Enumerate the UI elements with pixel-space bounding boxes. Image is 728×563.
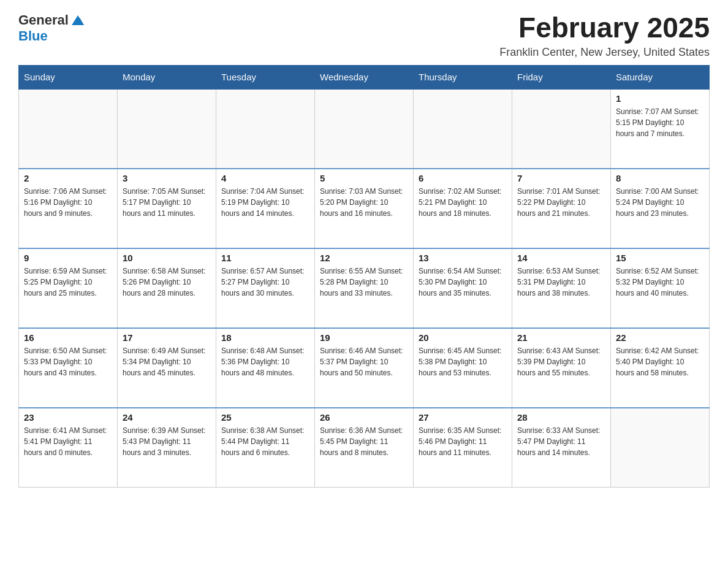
day-number: 12	[320, 253, 408, 263]
day-number: 28	[517, 412, 605, 423]
calendar-cell: 11Sunrise: 6:57 AM Sunset: 5:27 PM Dayli…	[216, 248, 315, 328]
day-number: 11	[221, 253, 309, 263]
day-info: Sunrise: 6:33 AM Sunset: 5:47 PM Dayligh…	[517, 425, 605, 458]
calendar-cell: 20Sunrise: 6:45 AM Sunset: 5:38 PM Dayli…	[414, 328, 512, 408]
calendar-cell: 2Sunrise: 7:06 AM Sunset: 5:16 PM Daylig…	[19, 169, 118, 248]
day-number: 1	[616, 93, 704, 104]
day-info: Sunrise: 6:46 AM Sunset: 5:37 PM Dayligh…	[320, 345, 408, 378]
calendar-cell	[512, 89, 611, 169]
calendar-cell: 7Sunrise: 7:01 AM Sunset: 5:22 PM Daylig…	[512, 169, 611, 248]
title-section: February 2025 Franklin Center, New Jerse…	[499, 12, 710, 59]
day-number: 7	[517, 173, 605, 183]
day-number: 19	[320, 332, 408, 343]
day-info: Sunrise: 7:03 AM Sunset: 5:20 PM Dayligh…	[320, 186, 408, 219]
weekday-header-wednesday: Wednesday	[315, 65, 414, 89]
calendar-cell: 9Sunrise: 6:59 AM Sunset: 5:25 PM Daylig…	[19, 248, 118, 328]
day-number: 14	[517, 253, 605, 263]
day-number: 27	[419, 412, 507, 423]
logo-general-text: General	[18, 12, 69, 28]
calendar-cell: 10Sunrise: 6:58 AM Sunset: 5:26 PM Dayli…	[118, 248, 216, 328]
calendar-cell: 6Sunrise: 7:02 AM Sunset: 5:21 PM Daylig…	[414, 169, 512, 248]
day-number: 4	[221, 173, 309, 183]
calendar-week-1: 2Sunrise: 7:06 AM Sunset: 5:16 PM Daylig…	[19, 169, 710, 248]
calendar-cell	[118, 89, 216, 169]
day-number: 5	[320, 173, 408, 183]
page-header: General Blue February 2025 Franklin Cent…	[18, 12, 710, 59]
day-info: Sunrise: 6:36 AM Sunset: 5:45 PM Dayligh…	[320, 425, 408, 458]
calendar-cell: 19Sunrise: 6:46 AM Sunset: 5:37 PM Dayli…	[315, 328, 414, 408]
month-title: February 2025	[499, 12, 710, 44]
calendar-week-4: 23Sunrise: 6:41 AM Sunset: 5:41 PM Dayli…	[19, 408, 710, 488]
calendar-cell: 8Sunrise: 7:00 AM Sunset: 5:24 PM Daylig…	[611, 169, 710, 248]
day-info: Sunrise: 7:04 AM Sunset: 5:19 PM Dayligh…	[221, 186, 309, 219]
calendar-week-0: 1Sunrise: 7:07 AM Sunset: 5:15 PM Daylig…	[19, 89, 710, 169]
day-info: Sunrise: 7:02 AM Sunset: 5:21 PM Dayligh…	[419, 186, 507, 219]
day-info: Sunrise: 6:42 AM Sunset: 5:40 PM Dayligh…	[616, 345, 704, 378]
day-info: Sunrise: 6:49 AM Sunset: 5:34 PM Dayligh…	[123, 345, 211, 378]
day-info: Sunrise: 7:00 AM Sunset: 5:24 PM Dayligh…	[616, 186, 704, 219]
calendar-cell: 1Sunrise: 7:07 AM Sunset: 5:15 PM Daylig…	[611, 89, 710, 169]
day-info: Sunrise: 6:55 AM Sunset: 5:28 PM Dayligh…	[320, 266, 408, 299]
day-info: Sunrise: 6:52 AM Sunset: 5:32 PM Dayligh…	[616, 266, 704, 299]
calendar-week-2: 9Sunrise: 6:59 AM Sunset: 5:25 PM Daylig…	[19, 248, 710, 328]
calendar-cell: 18Sunrise: 6:48 AM Sunset: 5:36 PM Dayli…	[216, 328, 315, 408]
calendar-cell: 26Sunrise: 6:36 AM Sunset: 5:45 PM Dayli…	[315, 408, 414, 488]
calendar-cell: 17Sunrise: 6:49 AM Sunset: 5:34 PM Dayli…	[118, 328, 216, 408]
day-info: Sunrise: 6:43 AM Sunset: 5:39 PM Dayligh…	[517, 345, 605, 378]
day-number: 9	[24, 253, 112, 263]
calendar-cell: 3Sunrise: 7:05 AM Sunset: 5:17 PM Daylig…	[118, 169, 216, 248]
calendar-cell: 27Sunrise: 6:35 AM Sunset: 5:46 PM Dayli…	[414, 408, 512, 488]
day-number: 16	[24, 332, 112, 343]
day-info: Sunrise: 6:45 AM Sunset: 5:38 PM Dayligh…	[419, 345, 507, 378]
day-number: 25	[221, 412, 309, 423]
day-info: Sunrise: 6:57 AM Sunset: 5:27 PM Dayligh…	[221, 266, 309, 299]
day-info: Sunrise: 6:35 AM Sunset: 5:46 PM Dayligh…	[419, 425, 507, 458]
logo-icon	[70, 12, 86, 28]
calendar-cell: 23Sunrise: 6:41 AM Sunset: 5:41 PM Dayli…	[19, 408, 118, 488]
day-info: Sunrise: 6:50 AM Sunset: 5:33 PM Dayligh…	[24, 345, 112, 378]
day-info: Sunrise: 7:05 AM Sunset: 5:17 PM Dayligh…	[123, 186, 211, 219]
day-info: Sunrise: 6:39 AM Sunset: 5:43 PM Dayligh…	[123, 425, 211, 458]
day-number: 3	[123, 173, 211, 183]
calendar-cell	[414, 89, 512, 169]
calendar-table: SundayMondayTuesdayWednesdayThursdayFrid…	[18, 65, 710, 488]
calendar-cell	[315, 89, 414, 169]
calendar-cell: 14Sunrise: 6:53 AM Sunset: 5:31 PM Dayli…	[512, 248, 611, 328]
day-number: 22	[616, 332, 704, 343]
day-number: 26	[320, 412, 408, 423]
location-title: Franklin Center, New Jersey, United Stat…	[499, 46, 710, 59]
calendar-cell	[216, 89, 315, 169]
day-number: 21	[517, 332, 605, 343]
day-number: 2	[24, 173, 112, 183]
day-info: Sunrise: 6:38 AM Sunset: 5:44 PM Dayligh…	[221, 425, 309, 458]
weekday-header-thursday: Thursday	[414, 65, 512, 89]
day-number: 8	[616, 173, 704, 183]
day-info: Sunrise: 6:53 AM Sunset: 5:31 PM Dayligh…	[517, 266, 605, 299]
weekday-header-monday: Monday	[118, 65, 216, 89]
calendar-cell: 22Sunrise: 6:42 AM Sunset: 5:40 PM Dayli…	[611, 328, 710, 408]
day-info: Sunrise: 6:54 AM Sunset: 5:30 PM Dayligh…	[419, 266, 507, 299]
day-info: Sunrise: 6:41 AM Sunset: 5:41 PM Dayligh…	[24, 425, 112, 458]
calendar-cell	[19, 89, 118, 169]
day-info: Sunrise: 7:01 AM Sunset: 5:22 PM Dayligh…	[517, 186, 605, 219]
day-info: Sunrise: 6:48 AM Sunset: 5:36 PM Dayligh…	[221, 345, 309, 378]
calendar-cell: 25Sunrise: 6:38 AM Sunset: 5:44 PM Dayli…	[216, 408, 315, 488]
calendar-cell: 13Sunrise: 6:54 AM Sunset: 5:30 PM Dayli…	[414, 248, 512, 328]
weekday-header-saturday: Saturday	[611, 65, 710, 89]
day-number: 20	[419, 332, 507, 343]
day-number: 15	[616, 253, 704, 263]
weekday-header-friday: Friday	[512, 65, 611, 89]
day-number: 6	[419, 173, 507, 183]
day-number: 10	[123, 253, 211, 263]
weekday-header-sunday: Sunday	[19, 65, 118, 89]
calendar-cell: 24Sunrise: 6:39 AM Sunset: 5:43 PM Dayli…	[118, 408, 216, 488]
calendar-cell: 15Sunrise: 6:52 AM Sunset: 5:32 PM Dayli…	[611, 248, 710, 328]
calendar-cell: 28Sunrise: 6:33 AM Sunset: 5:47 PM Dayli…	[512, 408, 611, 488]
calendar-cell: 21Sunrise: 6:43 AM Sunset: 5:39 PM Dayli…	[512, 328, 611, 408]
calendar-cell: 12Sunrise: 6:55 AM Sunset: 5:28 PM Dayli…	[315, 248, 414, 328]
day-info: Sunrise: 6:59 AM Sunset: 5:25 PM Dayligh…	[24, 266, 112, 299]
calendar-cell	[611, 408, 710, 488]
calendar-week-3: 16Sunrise: 6:50 AM Sunset: 5:33 PM Dayli…	[19, 328, 710, 408]
calendar-cell: 16Sunrise: 6:50 AM Sunset: 5:33 PM Dayli…	[19, 328, 118, 408]
weekday-header-tuesday: Tuesday	[216, 65, 315, 89]
